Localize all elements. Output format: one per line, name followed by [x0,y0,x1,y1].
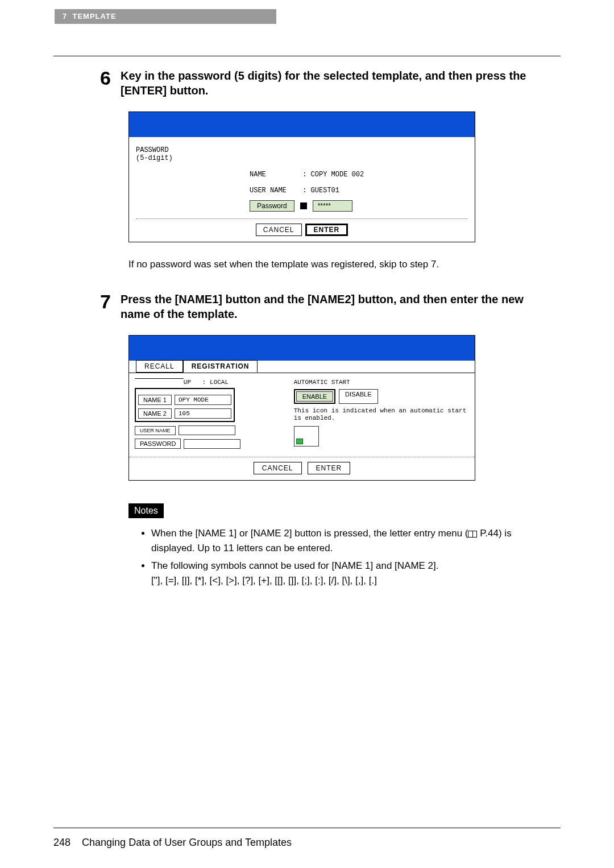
enter-button[interactable]: ENTER [308,462,351,474]
section-title: Changing Data of User Groups and Templat… [82,837,292,848]
top-rule [53,56,561,56]
step-7: 7 Press the [NAME1] button and the [NAME… [100,292,544,321]
name1-field[interactable]: OPY MODE [175,395,231,405]
password-button[interactable]: Password [250,200,294,212]
cancel-button[interactable]: CANCEL [254,462,302,474]
disable-button[interactable]: DISABLE [339,389,377,404]
titlebar [129,112,475,137]
password-button[interactable]: PASSWORD [135,439,181,449]
name2-button[interactable]: NAME 2 [138,408,172,419]
name2-field[interactable]: 105 [175,408,231,419]
cancel-button[interactable]: CANCEL [256,224,302,236]
note-item-1: When the [NAME 1] or [NAME 2] button is … [151,526,544,555]
enable-button[interactable]: ENABLE [296,391,333,402]
group-suffix: UP [184,379,191,386]
tab-recall[interactable]: RECALL [136,360,183,373]
name-buttons-highlight: NAME 1 OPY MODE NAME 2 105 [135,388,235,422]
password-label-2: (5-digit) [136,154,468,162]
name-value: : COPY MODE 002 [302,171,364,179]
tab-registration[interactable]: REGISTRATION [183,360,258,373]
username-label: USER NAME [250,187,298,195]
auto-start-indicator-icon [296,439,303,444]
notes-list: When the [NAME 1] or [NAME 2] button is … [141,526,544,588]
titlebar [129,336,475,361]
password-label-1: PASSWORD [136,146,468,154]
chapter-title: TEMPLATE [72,12,116,20]
password-field[interactable] [184,439,240,449]
icon-note: This icon is indicated when an automatic… [294,407,469,422]
book-icon [468,531,477,538]
step-number: 6 [100,68,121,88]
step-instruction: Press the [NAME1] button and the [NAME2]… [121,292,544,321]
name1-button[interactable]: NAME 1 [138,395,172,405]
step-number: 7 [100,292,121,311]
name-label: NAME [250,171,298,179]
indicator-dot [300,202,307,209]
username-button[interactable]: USER NAME [135,426,176,435]
auto-start-label: AUTOMATIC START [294,379,469,386]
screenshot-registration: RECALL REGISTRATION UP : LOCAL NAME 1 OP… [128,335,475,481]
enable-highlight: ENABLE [294,389,335,404]
username-field[interactable] [179,425,235,435]
username-value: : GUEST01 [302,187,339,195]
step-6: 6 Key in the password (5 digits) for the… [100,68,544,98]
screenshot-password: PASSWORD (5-digit) NAME : COPY MODE 002 … [128,111,475,242]
bottom-rule [53,828,561,828]
enter-button[interactable]: ENTER [305,224,349,236]
chapter-header: 7 TEMPLATE [55,9,276,24]
password-field[interactable]: ***** [313,200,352,212]
notes-label: Notes [128,503,164,518]
note-item-2: The following symbols cannot be used for… [151,559,544,588]
chapter-num: 7 [63,12,67,20]
step-instruction: Key in the password (5 digits) for the s… [121,68,544,98]
step6-caption: If no password was set when the template… [128,257,544,272]
page-footer: 248 Changing Data of User Groups and Tem… [53,837,292,849]
group-value: : LOCAL [202,379,229,386]
page-number: 248 [53,837,70,848]
auto-start-icon [294,426,319,447]
